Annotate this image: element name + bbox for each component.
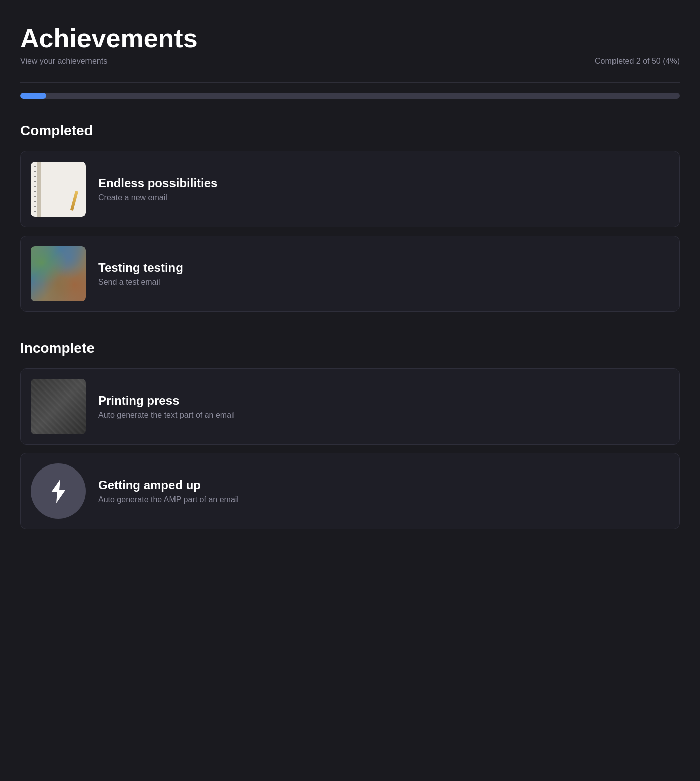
achievement-name: Printing press xyxy=(98,394,669,408)
lightning-icon xyxy=(44,477,72,505)
achievement-desc: Create a new email xyxy=(98,193,669,202)
achievement-info-testing-testing: Testing testing Send a test email xyxy=(98,261,669,287)
achievement-desc: Send a test email xyxy=(98,278,669,287)
achievement-desc: Auto generate the text part of an email xyxy=(98,411,669,420)
completed-achievements-list: Endless possibilities Create a new email… xyxy=(20,151,680,312)
achievement-card-endless-possibilities[interactable]: Endless possibilities Create a new email xyxy=(20,151,680,227)
svg-marker-0 xyxy=(51,479,65,503)
page-title: Achievements xyxy=(20,24,680,53)
progress-bar-fill xyxy=(20,93,46,99)
header-divider xyxy=(20,82,680,83)
achievement-card-getting-amped-up[interactable]: Getting amped up Auto generate the AMP p… xyxy=(20,453,680,529)
achievement-name: Testing testing xyxy=(98,261,669,275)
achievement-name: Getting amped up xyxy=(98,478,669,492)
achievement-card-testing-testing[interactable]: Testing testing Send a test email xyxy=(20,236,680,312)
achievement-info-getting-amped-up: Getting amped up Auto generate the AMP p… xyxy=(98,478,669,504)
achievement-image-stamps xyxy=(31,246,86,301)
progress-bar-container xyxy=(20,93,680,99)
incomplete-achievements-list: Printing press Auto generate the text pa… xyxy=(20,368,680,529)
completion-status: Completed 2 of 50 (4%) xyxy=(595,57,680,66)
achievement-image-press xyxy=(31,379,86,434)
achievement-card-printing-press[interactable]: Printing press Auto generate the text pa… xyxy=(20,368,680,445)
achievement-image-lightning xyxy=(31,463,86,519)
achievement-desc: Auto generate the AMP part of an email xyxy=(98,495,669,504)
achievement-image-notebook xyxy=(31,162,86,217)
achievement-info-endless-possibilities: Endless possibilities Create a new email xyxy=(98,176,669,202)
achievement-info-printing-press: Printing press Auto generate the text pa… xyxy=(98,394,669,420)
incomplete-section: Incomplete Printing press Auto generate … xyxy=(20,340,680,529)
incomplete-section-title: Incomplete xyxy=(20,340,680,356)
header-row: View your achievements Completed 2 of 50… xyxy=(20,57,680,66)
achievement-name: Endless possibilities xyxy=(98,176,669,190)
completed-section-title: Completed xyxy=(20,123,680,139)
page-subtitle: View your achievements xyxy=(20,57,107,66)
